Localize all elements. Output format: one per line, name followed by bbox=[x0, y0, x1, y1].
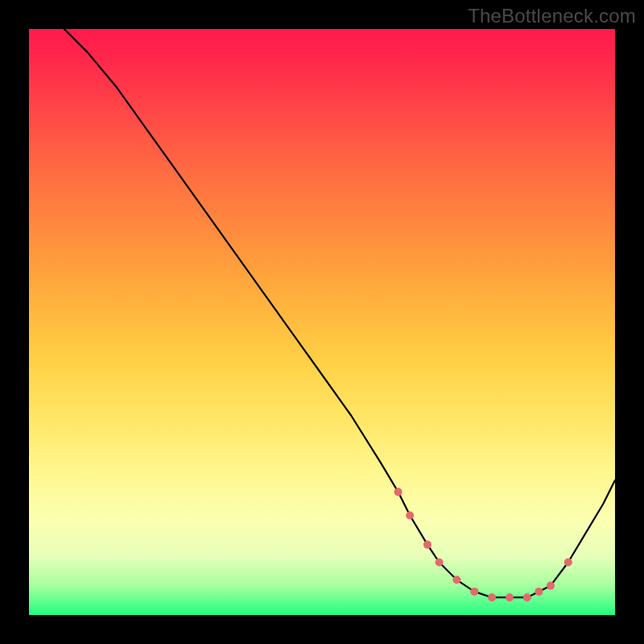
highlight-dot bbox=[547, 582, 555, 590]
chart-frame: TheBottleneck.com bbox=[0, 0, 644, 644]
highlight-dot bbox=[488, 593, 496, 601]
highlight-dot bbox=[423, 541, 431, 549]
highlight-dot bbox=[470, 588, 478, 596]
highlight-dot bbox=[394, 488, 402, 496]
bottleneck-curve bbox=[64, 29, 615, 597]
highlight-dot bbox=[406, 511, 414, 519]
highlight-dot bbox=[523, 593, 531, 601]
highlight-dot bbox=[535, 588, 543, 596]
curve-svg bbox=[29, 29, 615, 615]
highlight-dot bbox=[564, 559, 572, 567]
watermark-text: TheBottleneck.com bbox=[468, 5, 636, 27]
plot-area bbox=[29, 29, 615, 615]
highlight-dot bbox=[506, 593, 514, 601]
highlight-dot bbox=[436, 559, 444, 567]
highlight-dots bbox=[394, 488, 572, 601]
highlight-dot bbox=[452, 576, 460, 584]
